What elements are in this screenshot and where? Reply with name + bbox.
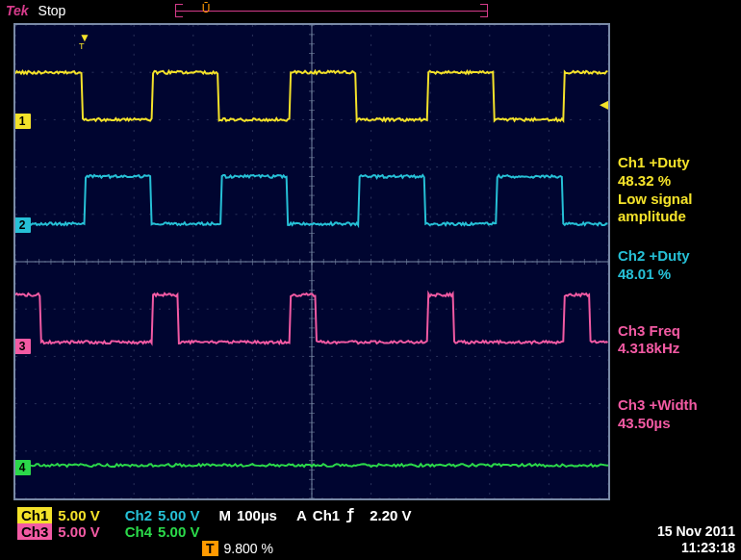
delay-icon: T xyxy=(202,541,218,556)
measurement-ch3-freq: Ch3 Freq 4.318kHz xyxy=(618,322,737,359)
trigger-mode-label: A xyxy=(296,507,307,523)
overview-left-bracket xyxy=(175,4,183,17)
date-value: 15 Nov 2011 xyxy=(657,523,735,540)
ch2-ground-marker[interactable]: 2 xyxy=(13,217,31,233)
trigger-level: 2.20 V xyxy=(370,507,411,523)
meas3-label: Ch3 Freq xyxy=(618,322,737,341)
overview-right-bracket xyxy=(480,4,488,17)
trigger-level-arrow[interactable]: ◀ xyxy=(600,96,610,112)
measurement-ch2-duty: Ch2 +Duty 48.01 % xyxy=(618,247,737,284)
ch1-ground-marker[interactable]: 1 xyxy=(13,114,31,129)
bottom-readout-bar: Ch1 5.00 V Ch2 5.00 V M 100µs A Ch1 ƒ 2.… xyxy=(13,504,610,542)
ch1-label-box[interactable]: Ch1 xyxy=(17,507,52,523)
ch2-label[interactable]: Ch2 xyxy=(125,507,152,523)
datetime-readout: 15 Nov 2011 11:23:18 xyxy=(657,523,735,556)
meas3-value: 4.318kHz xyxy=(618,340,737,358)
ch3-scale: 5.00 V xyxy=(58,523,99,540)
timebase-label: M xyxy=(218,507,231,523)
ch4-label[interactable]: Ch4 xyxy=(125,523,152,540)
ch2-scale: 5.00 V xyxy=(158,507,199,523)
meas2-value: 48.01 % xyxy=(618,266,737,284)
meas1-value: 48.32 % xyxy=(618,172,737,191)
ch3-label-box[interactable]: Ch3 xyxy=(17,523,52,540)
ch4-scale: 5.00 V xyxy=(158,523,199,540)
measurement-ch3-width: Ch3 +Width 43.50µs xyxy=(618,396,737,433)
brand-label: Tek xyxy=(6,3,29,18)
run-state: Stop xyxy=(38,3,66,18)
oscilloscope-screen: Tek Stop Ū ▼T 1 2 3 4 ◀ Ch1 +Duty 48.32 … xyxy=(0,0,741,560)
overview-line xyxy=(175,11,488,12)
timebase-overview-bar: Ū xyxy=(175,4,488,17)
time-value: 11:23:18 xyxy=(657,540,735,556)
waveform-svg xyxy=(15,25,608,498)
ch1-scale: 5.00 V xyxy=(58,507,99,523)
meas1-note: Low signal amplitude xyxy=(618,191,737,227)
trigger-source: Ch1 xyxy=(313,507,340,523)
top-bar: Tek Stop Ū xyxy=(0,0,741,21)
measurements-panel: Ch1 +Duty 48.32 % Low signal amplitude C… xyxy=(618,154,737,454)
timebase-value: 100µs xyxy=(237,507,277,523)
meas1-label: Ch1 +Duty xyxy=(618,154,737,172)
readout-row-1: Ch1 5.00 V Ch2 5.00 V M 100µs A Ch1 ƒ 2.… xyxy=(17,506,606,523)
delay-value: 9.800 % xyxy=(224,541,273,556)
meas4-value: 43.50µs xyxy=(618,415,737,433)
meas2-label: Ch2 +Duty xyxy=(618,247,737,266)
waveform-graticule[interactable]: ▼T 1 2 3 4 ◀ xyxy=(13,23,610,500)
ch4-ground-marker[interactable]: 4 xyxy=(13,460,31,475)
trigger-edge-icon: ƒ xyxy=(345,506,354,523)
meas4-label: Ch3 +Width xyxy=(618,396,737,415)
delay-readout: T 9.800 % xyxy=(202,541,273,556)
trigger-position-marker: Ū xyxy=(199,2,213,15)
ch3-ground-marker[interactable]: 3 xyxy=(13,339,31,354)
measurement-ch1-duty: Ch1 +Duty 48.32 % Low signal amplitude xyxy=(618,154,737,226)
readout-row-2: Ch3 5.00 V Ch4 5.00 V xyxy=(17,523,606,540)
